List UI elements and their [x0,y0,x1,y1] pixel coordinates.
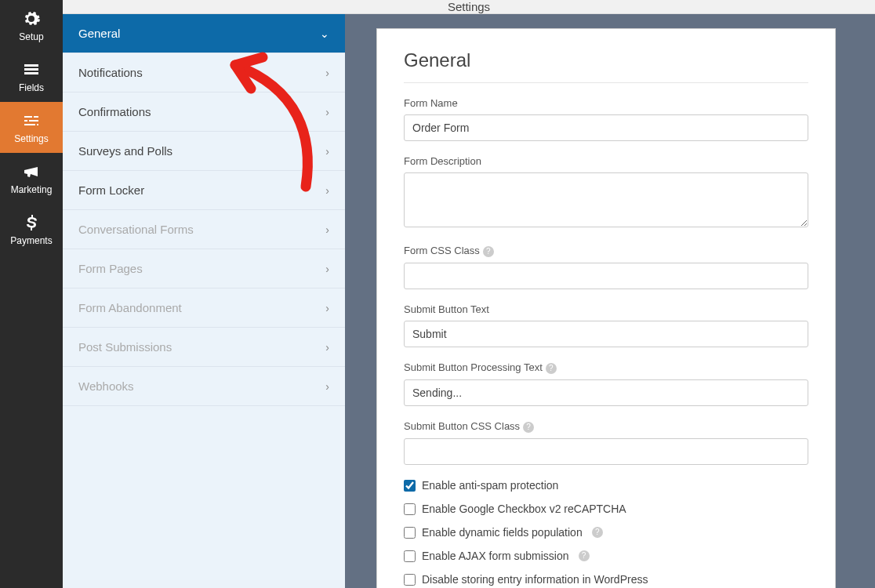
list-icon [22,60,41,79]
field-form-css-class: Form CSS Class? [404,245,808,289]
chevron-right-icon: › [325,145,329,158]
rail-label: Setup [19,31,43,42]
panel-heading: General [404,49,808,83]
rail-label: Settings [14,133,48,144]
chevron-right-icon: › [325,302,329,314]
subnav-label: General [78,27,120,40]
label-form-name: Form Name [404,97,808,109]
settings-subnav: General⌄ Notifications› Confirmations› S… [63,14,345,588]
field-form-description: Form Description [404,155,808,230]
rail-item-fields[interactable]: Fields [0,51,63,102]
page-title: Settings [448,0,490,13]
input-submit-css-class[interactable] [404,438,808,465]
subnav-item-surveys[interactable]: Surveys and Polls› [63,132,345,171]
chk-dynamic[interactable] [404,527,416,539]
field-form-name: Form Name [404,97,808,141]
help-icon[interactable]: ? [483,246,494,257]
chk-label: Enable anti-spam protection [422,479,558,492]
content: General⌄ Notifications› Confirmations› S… [63,14,875,588]
checkbox-recaptcha: Enable Google Checkbox v2 reCAPTCHA [404,503,808,515]
chk-label: Enable dynamic fields population [422,526,583,539]
rail-item-settings[interactable]: Settings [0,102,63,153]
gear-icon [22,9,41,28]
chevron-right-icon: › [325,263,329,275]
input-submit-text[interactable] [404,321,808,347]
chevron-right-icon: › [325,380,329,393]
subnav-label: Form Locker [78,183,144,197]
chevron-down-icon: ⌄ [320,27,329,40]
label-submit-processing: Submit Button Processing Text? [404,361,808,374]
left-rail: Setup Fields Settings Marketing Payments [0,0,63,588]
rail-item-setup[interactable]: Setup [0,0,63,51]
subnav-item-abandonment[interactable]: Form Abandonment› [63,289,345,328]
rail-label: Marketing [11,184,53,195]
subnav-label: Form Abandonment [78,301,182,314]
rail-label: Fields [19,82,44,93]
dollar-icon [22,213,41,232]
subnav-label: Post Submissions [78,340,172,354]
subnav-label: Conversational Forms [78,223,194,236]
checkbox-ajax: Enable AJAX form submission? [404,550,808,562]
help-icon[interactable]: ? [523,422,534,433]
label-form-css-class: Form CSS Class? [404,245,808,257]
subnav-label: Confirmations [78,105,151,118]
chk-disable-storing[interactable] [404,574,416,586]
checkbox-dynamic-fields: Enable dynamic fields population? [404,526,808,539]
label-submit-css-class: Submit Button CSS Class? [404,420,808,433]
input-submit-processing[interactable] [404,379,808,406]
subnav-label: Notifications [78,66,143,79]
chk-label: Enable AJAX form submission [422,550,569,562]
rail-label: Payments [10,235,52,246]
subnav-item-confirmations[interactable]: Confirmations› [63,93,345,132]
field-submit-css-class: Submit Button CSS Class? [404,420,808,465]
help-icon[interactable]: ? [579,550,590,561]
rail-item-marketing[interactable]: Marketing [0,153,63,204]
panel-wrap: General Form Name Form Description Form … [345,14,875,588]
sliders-icon [22,111,41,130]
rail-item-payments[interactable]: Payments [0,204,63,255]
subnav-item-conversational[interactable]: Conversational Forms› [63,210,345,249]
textarea-form-description[interactable] [404,172,808,227]
chk-label: Enable Google Checkbox v2 reCAPTCHA [422,503,626,515]
subnav-item-general[interactable]: General⌄ [63,14,345,53]
subnav-item-webhooks[interactable]: Webhooks› [63,367,345,406]
label-form-description: Form Description [404,155,808,167]
chk-antispam[interactable] [404,480,416,492]
chevron-right-icon: › [325,106,329,118]
subnav-item-form-locker[interactable]: Form Locker› [63,171,345,210]
subnav-label: Surveys and Polls [78,144,172,158]
chk-label: Disable storing entry information in Wor… [422,573,648,586]
general-panel: General Form Name Form Description Form … [376,28,836,588]
checkbox-disable-storing: Disable storing entry information in Wor… [404,573,808,586]
bullhorn-icon [22,162,41,181]
chevron-right-icon: › [325,223,329,236]
checkbox-antispam: Enable anti-spam protection [404,479,808,492]
field-submit-text: Submit Button Text [404,303,808,347]
topbar: Settings [63,0,875,14]
chevron-right-icon: › [325,67,329,79]
chevron-right-icon: › [325,184,329,197]
chevron-right-icon: › [325,341,329,354]
subnav-label: Webhooks [78,379,134,393]
main-area: Settings General⌄ Notifications› Confirm… [63,0,875,588]
help-icon[interactable]: ? [546,363,557,374]
help-icon[interactable]: ? [592,527,603,538]
chk-ajax[interactable] [404,550,416,562]
input-form-css-class[interactable] [404,263,808,289]
field-submit-processing: Submit Button Processing Text? [404,361,808,406]
chk-recaptcha[interactable] [404,503,416,515]
input-form-name[interactable] [404,114,808,141]
subnav-label: Form Pages [78,262,143,275]
label-submit-text: Submit Button Text [404,303,808,315]
subnav-item-notifications[interactable]: Notifications› [63,53,345,93]
subnav-item-post-submissions[interactable]: Post Submissions› [63,328,345,367]
subnav-item-form-pages[interactable]: Form Pages› [63,249,345,289]
